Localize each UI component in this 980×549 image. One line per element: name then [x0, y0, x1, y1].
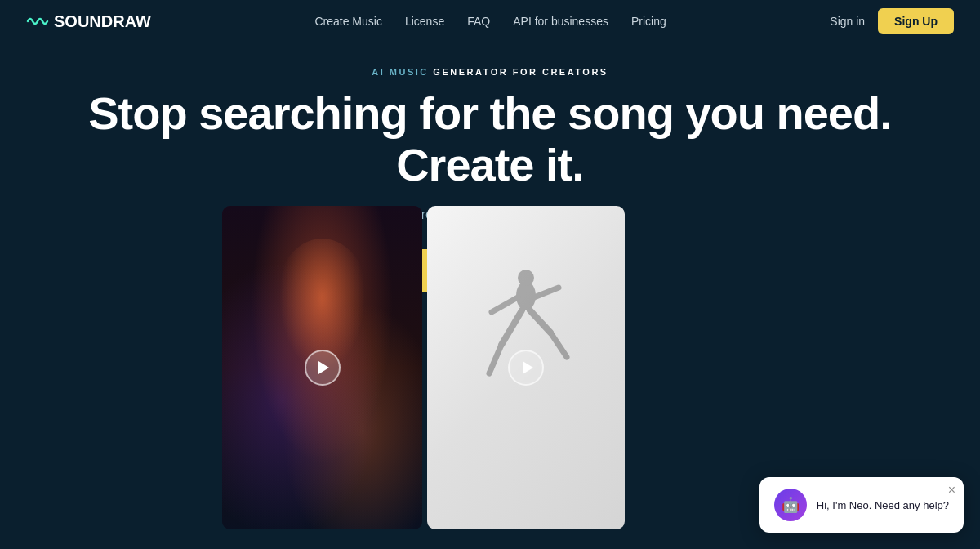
chatbot-widget: 🤖 Hi, I'm Neo. Need any help? × — [760, 477, 964, 533]
hero-tagline: AI MUSIC GENERATOR FOR CREATORS — [0, 67, 980, 77]
navbar: SOUNDRAW Create Music License FAQ API fo… — [0, 0, 980, 42]
svg-line-7 — [550, 333, 567, 357]
logo-text: SOUNDRAW — [54, 12, 151, 31]
logo[interactable]: SOUNDRAW — [26, 10, 151, 33]
svg-line-2 — [492, 297, 518, 312]
nav-license[interactable]: License — [405, 15, 444, 28]
svg-line-4 — [501, 310, 522, 345]
nav-api[interactable]: API for businesses — [513, 15, 608, 28]
chatbot-message: Hi, I'm Neo. Need any help? — [817, 499, 949, 511]
svg-line-5 — [489, 345, 501, 373]
play-dancer-button[interactable] — [508, 350, 544, 386]
sign-up-button[interactable]: Sign Up — [878, 8, 954, 34]
tagline-text: AI MUSIC GENERATOR FOR CREATORS — [372, 67, 608, 77]
nav-right: Sign in Sign Up — [830, 8, 954, 34]
logo-icon — [26, 10, 49, 33]
chatbot-avatar-icon: 🤖 — [782, 496, 800, 514]
nav-links: Create Music License FAQ API for busines… — [314, 14, 666, 29]
svg-point-1 — [518, 270, 534, 286]
card-disco — [222, 206, 422, 529]
nav-faq[interactable]: FAQ — [467, 15, 490, 28]
nav-create-music[interactable]: Create Music — [314, 15, 381, 28]
nav-pricing[interactable]: Pricing — [631, 15, 666, 28]
sign-in-button[interactable]: Sign in — [830, 15, 865, 28]
svg-line-6 — [530, 310, 550, 333]
play-disco-button[interactable] — [305, 350, 341, 386]
chatbot-close-button[interactable]: × — [948, 484, 956, 497]
hero-title: Stop searching for the song you need. Cr… — [0, 88, 980, 190]
svg-line-3 — [534, 288, 559, 297]
card-dancer — [427, 206, 625, 529]
chatbot-avatar: 🤖 — [774, 489, 807, 521]
